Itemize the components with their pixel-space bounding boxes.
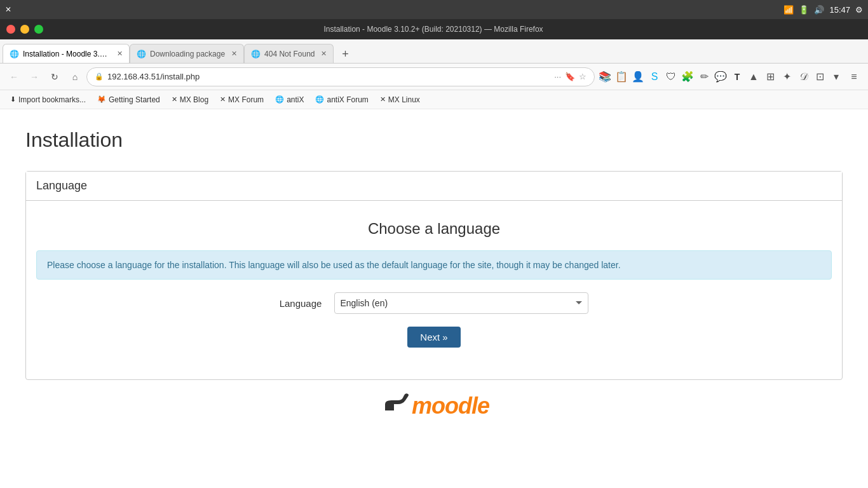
antix-icon: 🌐 <box>275 95 284 104</box>
app2-icon[interactable]: ✦ <box>779 69 794 85</box>
os-logo-icon: ✕ <box>5 5 11 14</box>
more-options-icon[interactable]: ··· <box>554 72 561 81</box>
next-button[interactable]: Next » <box>407 327 460 348</box>
firefox-menu-button[interactable]: ≡ <box>845 68 863 86</box>
bookmark-antix-forum[interactable]: 🌐 antiX Forum <box>310 94 373 105</box>
bookmark-getting-started[interactable]: 🦊 Getting Started <box>92 94 165 105</box>
address-bar[interactable]: 🔒 192.168.43.51/install.php ··· 🔖 ☆ <box>86 67 595 86</box>
os-battery-icon: 🔋 <box>799 5 809 15</box>
app1-icon[interactable]: ⊞ <box>763 69 778 85</box>
app4-icon[interactable]: ⊡ <box>812 69 827 85</box>
tab3-favicon-icon: 🌐 <box>251 50 261 58</box>
os-settings-icon: ⚙ <box>855 5 863 15</box>
vpn-icon[interactable]: 🛡 <box>663 69 679 85</box>
bookmarks-bar: ⬇ Import bookmarks... 🦊 Getting Started … <box>0 90 868 109</box>
app3-icon[interactable]: 𝒟 <box>796 69 811 85</box>
home-button[interactable]: ⌂ <box>66 68 84 86</box>
info-text: Please choose a language for the install… <box>47 260 621 270</box>
skype-icon[interactable]: S <box>647 69 662 85</box>
window-title: Installation - Moodle 3.10.2+ (Build: 20… <box>43 25 824 34</box>
nav-bar: ← → ↻ ⌂ 🔒 192.168.43.51/install.php ··· … <box>0 64 868 90</box>
os-topbar: ✕ 📶 🔋 🔊 15:47 ⚙ <box>0 0 868 19</box>
page-content: Installation Language Choose a language … <box>0 109 868 458</box>
toolbar-icons: 📚 📋 👤 S 🛡 🧩 ✏ 💬 T ▲ ⊞ ✦ 𝒟 ⊡ ▾ ≡ <box>597 68 863 86</box>
mx-linux-icon: ✕ <box>380 95 386 104</box>
window-maximize-button[interactable] <box>34 25 43 34</box>
mx-forum-icon: ✕ <box>220 95 226 104</box>
language-section: Language Choose a language Please choose… <box>25 171 843 380</box>
page-title: Installation <box>25 128 843 152</box>
bookmark-mx-linux[interactable]: ✕ MX Linux <box>375 94 425 105</box>
language-select[interactable]: English (en) French (fr) German (de) Spa… <box>334 292 588 314</box>
window-close-button[interactable] <box>6 25 15 34</box>
browser-content: Installation Language Choose a language … <box>0 109 868 488</box>
tab2-close-button[interactable]: ✕ <box>231 50 237 58</box>
bookmark-import[interactable]: ⬇ Import bookmarks... <box>5 94 91 105</box>
bookmark-antix-label: antiX <box>287 95 304 104</box>
bookmark-mx-linux-label: MX Linux <box>388 95 420 104</box>
tab3-close-button[interactable]: ✕ <box>321 50 327 58</box>
window-minimize-button[interactable] <box>20 25 29 34</box>
address-bar-actions: ··· 🔖 ☆ <box>554 72 587 81</box>
tab-downloading[interactable]: 🌐 Downloading package ✕ <box>130 44 244 63</box>
title-bar: Installation - Moodle 3.10.2+ (Build: 20… <box>0 19 868 39</box>
mx-blog-icon: ✕ <box>172 95 177 104</box>
forward-button[interactable]: → <box>25 68 43 86</box>
next-button-row: Next » <box>26 327 842 348</box>
window-controls[interactable] <box>6 25 43 34</box>
firefox-icon: 🦊 <box>97 95 106 104</box>
account-icon[interactable]: 👤 <box>630 69 646 85</box>
security-icon: 🔒 <box>95 72 104 81</box>
library-icon[interactable]: 📚 <box>597 69 613 85</box>
bookmark-mx-blog-label: MX Blog <box>180 95 208 104</box>
browser-window: Installation - Moodle 3.10.2+ (Build: 20… <box>0 19 868 488</box>
bookmark-getting-started-label: Getting Started <box>109 95 160 104</box>
star-icon[interactable]: ☆ <box>579 72 587 81</box>
reload-button[interactable]: ↻ <box>46 68 64 86</box>
teams-icon[interactable]: 💬 <box>713 69 728 85</box>
bookmark-antix[interactable]: 🌐 antiX <box>270 94 309 105</box>
tab1-favicon-icon: 🌐 <box>10 50 19 58</box>
language-select-row: Language English (en) French (fr) German… <box>26 292 842 314</box>
bookmark-antix-forum-label: antiX Forum <box>327 95 368 104</box>
back-button[interactable]: ← <box>5 68 23 86</box>
tab2-favicon-icon: 🌐 <box>137 50 146 58</box>
tab1-title: Installation - Moodle 3.10.2+ <box>23 50 111 58</box>
language-section-header: Language <box>26 172 842 201</box>
bookmark-mx-forum[interactable]: ✕ MX Forum <box>215 94 269 105</box>
tab-404[interactable]: 🌐 404 Not Found ✕ <box>244 44 334 63</box>
choose-language-title: Choose a language <box>26 220 842 238</box>
tab-installation[interactable]: 🌐 Installation - Moodle 3.10.2+ ✕ <box>3 44 130 63</box>
typora-icon[interactable]: T <box>729 69 745 85</box>
os-time: 15:47 <box>829 5 850 15</box>
reading-mode-icon[interactable]: 📋 <box>614 69 629 85</box>
bookmark-mx-blog[interactable]: ✕ MX Blog <box>166 94 214 105</box>
bookmark-mx-forum-label: MX Forum <box>228 95 264 104</box>
tab3-title: 404 Not Found <box>264 50 315 58</box>
addon2-icon[interactable]: ✏ <box>696 69 712 85</box>
moodle-hat-icon <box>379 393 410 418</box>
os-wifi-icon: 📶 <box>783 5 794 15</box>
moodle-logo: moodle <box>25 393 843 419</box>
bookmark-import-label: Import bookmarks... <box>18 95 86 104</box>
bookmark-icon[interactable]: 🔖 <box>565 72 575 81</box>
os-speaker-icon: 🔊 <box>814 5 824 15</box>
language-label: Language <box>280 298 322 309</box>
moodle-logo-text: moodle <box>412 393 489 419</box>
drive-icon[interactable]: ▲ <box>746 69 761 85</box>
tab-bar: 🌐 Installation - Moodle 3.10.2+ ✕ 🌐 Down… <box>0 39 868 64</box>
dropdown-icon[interactable]: ▾ <box>829 69 844 85</box>
import-icon: ⬇ <box>10 95 16 104</box>
new-tab-button[interactable]: + <box>336 45 354 63</box>
url-display: 192.168.43.51/install.php <box>107 72 550 81</box>
addon1-icon[interactable]: 🧩 <box>680 69 695 85</box>
info-box: Please choose a language for the install… <box>36 250 832 280</box>
tab1-close-button[interactable]: ✕ <box>117 50 123 58</box>
antix-forum-icon: 🌐 <box>315 95 324 104</box>
tab2-title: Downloading package <box>150 50 225 58</box>
